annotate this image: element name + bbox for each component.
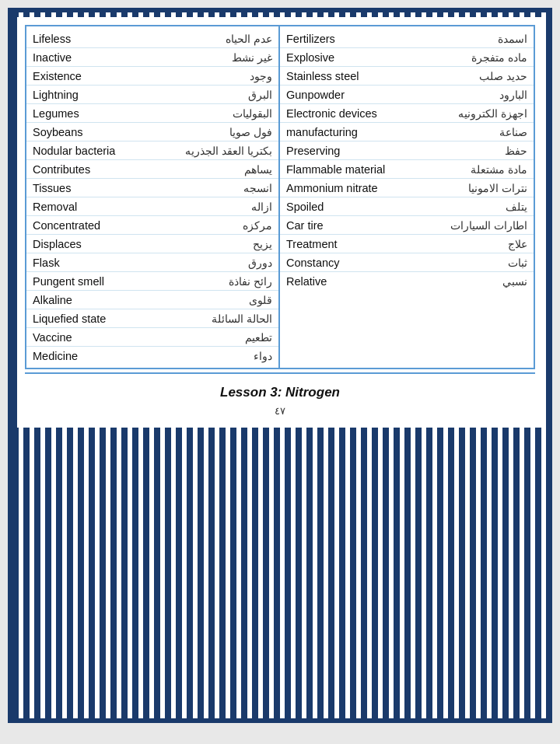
left-row: Removalازاله — [26, 197, 278, 216]
arabic-word: دورق — [248, 257, 272, 269]
left-row: Tissuesانسجه — [26, 179, 278, 197]
arabic-word: حديد صلب — [479, 70, 527, 82]
left-row: Lifelessعدم الحياه — [26, 30, 278, 48]
english-word: manufacturing — [286, 126, 358, 138]
arabic-word: ثبات — [508, 257, 527, 269]
english-word: Existence — [33, 70, 82, 82]
right-row: Ammonium nitrateنترات الامونيا — [280, 179, 534, 197]
arabic-word: البقوليات — [233, 107, 272, 120]
left-row: Alkalineقلوى — [26, 291, 278, 309]
arabic-word: فول صويا — [229, 126, 272, 138]
left-row: Contributesيساهم — [26, 160, 278, 179]
left-row: Inactiveغير نشط — [26, 48, 278, 67]
english-word: Constancy — [286, 257, 340, 269]
english-word: Gunpowder — [286, 89, 345, 101]
left-row: Concentratedمركزه — [26, 216, 278, 235]
english-word: Lightning — [33, 89, 79, 101]
right-row: Car tireاطارات السيارات — [280, 216, 534, 235]
right-row: Relativeنسبي — [280, 272, 534, 290]
english-word: Flask — [33, 257, 60, 269]
arabic-word: يتلف — [506, 201, 527, 213]
english-word: Vaccine — [33, 331, 72, 344]
arabic-word: اجهزة الكترونيه — [458, 107, 527, 120]
arabic-word: نترات الامونيا — [468, 182, 527, 194]
english-word: Soybeans — [33, 126, 83, 138]
arabic-word: تطعيم — [245, 331, 272, 344]
right-row: Constancyثبات — [280, 253, 534, 272]
arabic-word: بكتريا العقد الجذريه — [185, 145, 272, 157]
english-word: Pungent smell — [33, 275, 104, 288]
arabic-word: الحالة السائلة — [212, 313, 272, 325]
english-word: Flammable material — [286, 163, 385, 176]
footer-label: Lesson 3: Nitrogen — [220, 385, 340, 400]
left-row: Lightningالبرق — [26, 86, 278, 104]
page-number: ٤٧ — [25, 405, 535, 420]
right-row: Flammable materialمادة مشتعلة — [280, 160, 534, 179]
english-word: Tissues — [33, 182, 71, 194]
left-row: Liquefied stateالحالة السائلة — [26, 309, 278, 328]
arabic-word: البارود — [499, 89, 527, 101]
right-column: FertilizersاسمدةExplosiveماده متفجرةStai… — [280, 26, 534, 368]
right-row: Spoiledيتلف — [280, 197, 534, 216]
english-word: Displaces — [33, 238, 82, 250]
right-row: Stainless steelحديد صلب — [280, 67, 534, 86]
english-word: Electronic devices — [286, 107, 377, 120]
arabic-word: صناعة — [499, 126, 527, 138]
left-row: Legumesالبقوليات — [26, 104, 278, 123]
arabic-word: حفظ — [505, 145, 527, 157]
english-word: Relative — [286, 275, 327, 288]
right-row: Preservingحفظ — [280, 141, 534, 160]
english-word: Removal — [33, 201, 77, 213]
page-outer-border: Lifelessعدم الحياهInactiveغير نشطExisten… — [8, 8, 552, 723]
english-word: Medicine — [33, 350, 78, 362]
english-word: Legumes — [33, 107, 79, 120]
arabic-word: ماده متفجرة — [471, 51, 527, 64]
english-word: Stainless steel — [286, 70, 359, 82]
arabic-word: نسبي — [502, 275, 527, 288]
english-word: Concentrated — [33, 219, 100, 232]
footer: Lesson 3: Nitrogen — [25, 372, 535, 405]
english-word: Nodular bacteria — [33, 145, 115, 157]
arabic-word: ازاله — [251, 201, 272, 213]
left-row: Soybeansفول صويا — [26, 123, 278, 141]
left-row: Pungent smellرائح نفاذة — [26, 272, 278, 291]
english-word: Inactive — [33, 51, 72, 64]
right-row: manufacturingصناعة — [280, 123, 534, 141]
arabic-word: رائح نفاذة — [229, 275, 272, 288]
arabic-word: علاج — [508, 238, 527, 250]
left-row: Existenceوجود — [26, 67, 278, 86]
english-word: Contributes — [33, 163, 90, 176]
arabic-word: البرق — [248, 89, 272, 101]
right-row: Treatmentعلاج — [280, 235, 534, 253]
left-row: Medicineدواء — [26, 347, 278, 365]
left-row: Flaskدورق — [26, 253, 278, 272]
english-word: Liquefied state — [33, 313, 106, 325]
right-row: Fertilizersاسمدة — [280, 30, 534, 48]
english-word: Car tire — [286, 219, 324, 232]
vocabulary-table: Lifelessعدم الحياهInactiveغير نشطExisten… — [25, 25, 535, 369]
arabic-word: يساهم — [244, 163, 272, 176]
arabic-word: قلوى — [249, 294, 272, 306]
english-word: Explosive — [286, 51, 334, 64]
left-column: Lifelessعدم الحياهInactiveغير نشطExisten… — [26, 26, 280, 368]
arabic-word: دواء — [254, 350, 272, 362]
english-word: Fertilizers — [286, 33, 335, 45]
english-word: Alkaline — [33, 294, 72, 306]
arabic-word: عدم الحياه — [226, 33, 272, 45]
right-row: Gunpowderالبارود — [280, 86, 534, 104]
arabic-word: وجود — [250, 70, 272, 82]
english-word: Spoiled — [286, 201, 324, 213]
arabic-word: اطارات السيارات — [450, 219, 527, 232]
english-word: Lifeless — [33, 33, 71, 45]
arabic-word: انسجه — [243, 182, 272, 194]
english-word: Preserving — [286, 145, 340, 157]
right-row: Explosiveماده متفجرة — [280, 48, 534, 67]
arabic-word: اسمدة — [498, 33, 527, 45]
english-word: Treatment — [286, 238, 338, 250]
arabic-word: مركزه — [243, 219, 272, 232]
arabic-word: مادة مشتعلة — [471, 163, 527, 176]
left-row: Nodular bacteriaبكتريا العقد الجذريه — [26, 141, 278, 160]
english-word: Ammonium nitrate — [286, 182, 378, 194]
right-row: Electronic devicesاجهزة الكترونيه — [280, 104, 534, 123]
page-inner-container: Lifelessعدم الحياهInactiveغير نشطExisten… — [17, 17, 543, 428]
